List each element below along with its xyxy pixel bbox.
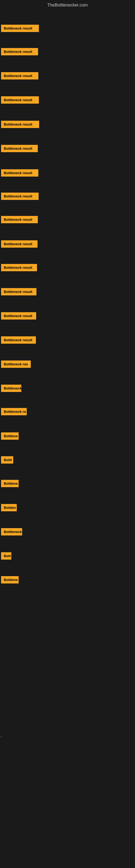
bottleneck-item-13[interactable]: Bottleneck result [1,312,36,319]
bottleneck-item-8[interactable]: Bottleneck result [1,193,39,200]
bottleneck-item-2[interactable]: Bottleneck result [1,48,38,55]
bottleneck-item-5[interactable]: Bottleneck result [1,121,39,128]
items-container: Bottleneck resultBottleneck resultBottle… [0,9,135,850]
bottleneck-item-9[interactable]: Bottleneck result [1,216,38,223]
bottleneck-item-10[interactable]: Bottleneck result [1,240,38,248]
bottleneck-item-24[interactable]: Bottlene [1,576,18,584]
bottleneck-item-16[interactable]: Bottleneck [1,384,21,392]
bottleneck-item-20[interactable]: Bottlene [1,480,18,487]
bottleneck-item-12[interactable]: Bottleneck result [1,288,37,296]
bottleneck-item-19[interactable]: Bottl [1,456,13,464]
bottleneck-item-6[interactable]: Bottleneck result [1,145,38,152]
bottleneck-item-14[interactable]: Bottleneck result [1,336,36,344]
bottleneck-item-15[interactable]: Bottleneck res [1,361,31,368]
bottleneck-item-23[interactable]: Bott [1,552,11,560]
bottleneck-item-21[interactable]: Bottlen [1,504,17,511]
bottleneck-item-1[interactable]: Bottleneck result [1,25,39,32]
bottleneck-item-11[interactable]: Bottleneck result [1,264,37,271]
bottleneck-item-7[interactable]: Bottleneck result [1,169,38,177]
tiny-axis-label: x [1,736,2,737]
bottleneck-item-4[interactable]: Bottleneck result [1,96,39,104]
bottleneck-item-18[interactable]: Bottlene [1,432,18,440]
site-title: TheBottlenecker.com [0,0,135,9]
bottleneck-item-17[interactable]: Bottleneck re [1,408,27,415]
bottleneck-item-22[interactable]: Bottleneck [1,528,22,535]
bottleneck-item-3[interactable]: Bottleneck result [1,72,38,80]
page-wrapper: TheBottlenecker.com Bottleneck resultBot… [0,0,135,868]
